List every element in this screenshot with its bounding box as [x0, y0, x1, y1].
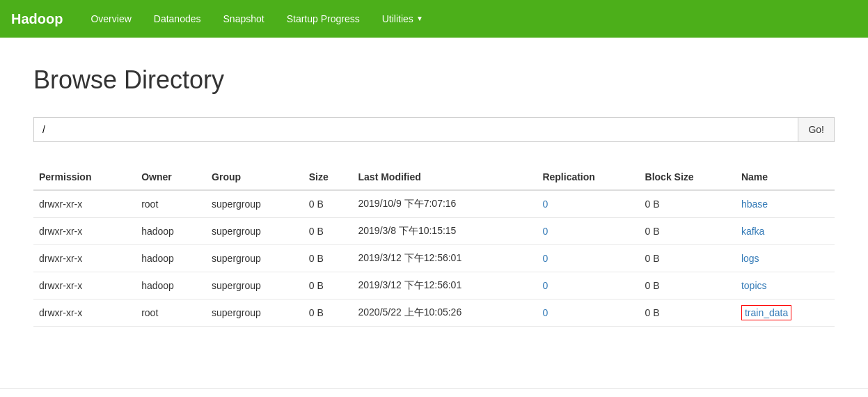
navbar: Hadoop Overview Datanodes Snapshot Start…: [0, 0, 868, 38]
cell-block-size: 0 B: [640, 218, 736, 245]
cell-group: supergroup: [206, 218, 303, 245]
nav-link-snapshot[interactable]: Snapshot: [212, 0, 276, 38]
cell-permission: drwxr-xr-x: [33, 245, 136, 272]
col-replication: Replication: [537, 164, 639, 190]
col-block-size: Block Size: [640, 164, 736, 190]
col-owner: Owner: [136, 164, 206, 190]
cell-size: 0 B: [303, 299, 353, 327]
nav-link-utilities[interactable]: Utilities ▼: [371, 0, 434, 38]
col-size: Size: [303, 164, 353, 190]
table-row: drwxr-xr-xhadoopsupergroup0 B2019/3/8 下午…: [33, 218, 835, 245]
cell-owner: hadoop: [136, 272, 206, 299]
table-header-row: Permission Owner Group Size Last Modifie…: [33, 164, 835, 190]
search-bar: Go!: [33, 117, 835, 142]
cell-size: 0 B: [303, 272, 353, 299]
cell-replication[interactable]: 0: [537, 299, 639, 327]
col-permission: Permission: [33, 164, 136, 190]
cell-replication-link[interactable]: 0: [542, 280, 548, 291]
cell-group: supergroup: [206, 272, 303, 299]
nav-utilities-label: Utilities: [382, 0, 413, 38]
chevron-down-icon: ▼: [416, 0, 423, 38]
cell-replication-link[interactable]: 0: [542, 226, 548, 237]
nav-links: Overview Datanodes Snapshot Startup Prog…: [79, 0, 434, 38]
cell-permission: drwxr-xr-x: [33, 218, 136, 245]
cell-name-link[interactable]: train_data: [741, 305, 791, 320]
col-group: Group: [206, 164, 303, 190]
cell-group: supergroup: [206, 245, 303, 272]
page-title: Browse Directory: [33, 65, 835, 95]
cell-name[interactable]: topics: [736, 272, 835, 299]
cell-replication-link[interactable]: 0: [542, 307, 548, 318]
col-last-modified: Last Modified: [353, 164, 537, 190]
cell-name-link[interactable]: topics: [741, 280, 767, 291]
col-name: Name: [736, 164, 835, 190]
path-input[interactable]: [33, 117, 798, 142]
cell-block-size: 0 B: [640, 299, 736, 327]
cell-size: 0 B: [303, 218, 353, 245]
go-button[interactable]: Go!: [798, 117, 835, 142]
table-row: drwxr-xr-xhadoopsupergroup0 B2019/3/12 下…: [33, 272, 835, 299]
cell-last-modified: 2019/3/12 下午12:56:01: [353, 245, 537, 272]
nav-link-overview[interactable]: Overview: [79, 0, 142, 38]
cell-group: supergroup: [206, 190, 303, 218]
cell-last-modified: 2019/3/12 下午12:56:01: [353, 272, 537, 299]
cell-last-modified: 2019/3/8 下午10:15:15: [353, 218, 537, 245]
cell-group: supergroup: [206, 299, 303, 327]
cell-last-modified: 2020/5/22 上午10:05:26: [353, 299, 537, 327]
cell-name-link[interactable]: hbase: [741, 198, 768, 210]
cell-permission: drwxr-xr-x: [33, 190, 136, 218]
cell-replication[interactable]: 0: [537, 218, 639, 245]
cell-owner: hadoop: [136, 245, 206, 272]
cell-size: 0 B: [303, 245, 353, 272]
footer: Hadoop, 2018.: [0, 388, 868, 397]
cell-size: 0 B: [303, 190, 353, 218]
cell-owner: root: [136, 190, 206, 218]
cell-replication-link[interactable]: 0: [542, 253, 548, 264]
cell-name-link[interactable]: logs: [741, 253, 759, 264]
cell-name[interactable]: train_data: [736, 299, 835, 327]
table-row: drwxr-xr-xhadoopsupergroup0 B2019/3/12 下…: [33, 245, 835, 272]
cell-owner: hadoop: [136, 218, 206, 245]
table-row: drwxr-xr-xrootsupergroup0 B2019/10/9 下午7…: [33, 190, 835, 218]
nav-link-startup-progress[interactable]: Startup Progress: [276, 0, 371, 38]
cell-permission: drwxr-xr-x: [33, 272, 136, 299]
cell-block-size: 0 B: [640, 245, 736, 272]
cell-last-modified: 2019/10/9 下午7:07:16: [353, 190, 537, 218]
cell-replication[interactable]: 0: [537, 272, 639, 299]
cell-name[interactable]: logs: [736, 245, 835, 272]
cell-block-size: 0 B: [640, 190, 736, 218]
cell-replication-link[interactable]: 0: [542, 198, 548, 210]
main-content: Browse Directory Go! Permission Owner Gr…: [0, 38, 868, 355]
cell-name[interactable]: kafka: [736, 218, 835, 245]
cell-permission: drwxr-xr-x: [33, 299, 136, 327]
cell-name-link[interactable]: kafka: [741, 226, 764, 237]
nav-brand: Hadoop: [11, 11, 63, 27]
cell-replication[interactable]: 0: [537, 245, 639, 272]
table-row: drwxr-xr-xrootsupergroup0 B2020/5/22 上午1…: [33, 299, 835, 327]
cell-name[interactable]: hbase: [736, 190, 835, 218]
cell-replication[interactable]: 0: [537, 190, 639, 218]
directory-table: Permission Owner Group Size Last Modifie…: [33, 164, 835, 327]
cell-owner: root: [136, 299, 206, 327]
nav-link-datanodes[interactable]: Datanodes: [143, 0, 212, 38]
cell-block-size: 0 B: [640, 272, 736, 299]
